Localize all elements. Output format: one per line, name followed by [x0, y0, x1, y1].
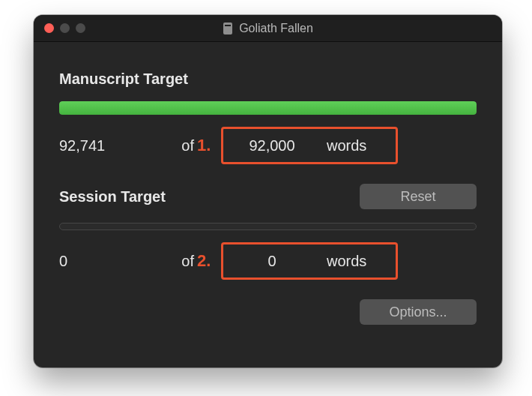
session-row: 0 of 2. words	[59, 242, 477, 280]
annotation-1: 1.	[194, 136, 221, 155]
manuscript-progress-bar	[59, 101, 477, 115]
manuscript-unit-label: words	[321, 137, 396, 154]
session-target-box: words	[221, 242, 398, 280]
svg-rect-0	[223, 22, 232, 34]
manuscript-row: 92,741 of 1. words	[59, 127, 477, 164]
zoom-icon[interactable]	[76, 23, 85, 33]
targets-window: Goliath Fallen Manuscript Target 92,741 …	[34, 15, 502, 368]
manuscript-progress-fill	[59, 101, 477, 115]
svg-rect-1	[225, 25, 231, 26]
annotation-2: 2.	[194, 251, 221, 271]
session-unit-label: words	[321, 253, 396, 270]
session-header-row: Session Target Reset	[59, 184, 477, 209]
app-icon	[223, 22, 233, 34]
manuscript-target-heading: Manuscript Target	[59, 70, 477, 88]
manuscript-current-count: 92,741	[59, 137, 164, 154]
titlebar: Goliath Fallen	[34, 15, 502, 42]
content-area: Manuscript Target 92,741 of 1. words Ses…	[34, 42, 502, 340]
options-row: Options...	[59, 299, 477, 325]
window-title: Goliath Fallen	[239, 22, 313, 35]
session-target-heading: Session Target	[59, 188, 166, 206]
reset-button[interactable]: Reset	[360, 184, 477, 209]
session-current-count: 0	[59, 253, 164, 270]
window-title-wrap: Goliath Fallen	[34, 22, 502, 35]
session-target-input[interactable]	[223, 253, 321, 270]
options-button[interactable]: Options...	[360, 299, 477, 325]
window-controls	[34, 23, 85, 33]
session-progress-bar	[59, 223, 477, 230]
of-label: of	[164, 137, 194, 154]
close-icon[interactable]	[44, 23, 54, 33]
manuscript-target-input[interactable]	[223, 137, 321, 154]
minimize-icon[interactable]	[60, 23, 70, 33]
manuscript-target-box: words	[221, 127, 398, 164]
of-label: of	[164, 253, 194, 270]
